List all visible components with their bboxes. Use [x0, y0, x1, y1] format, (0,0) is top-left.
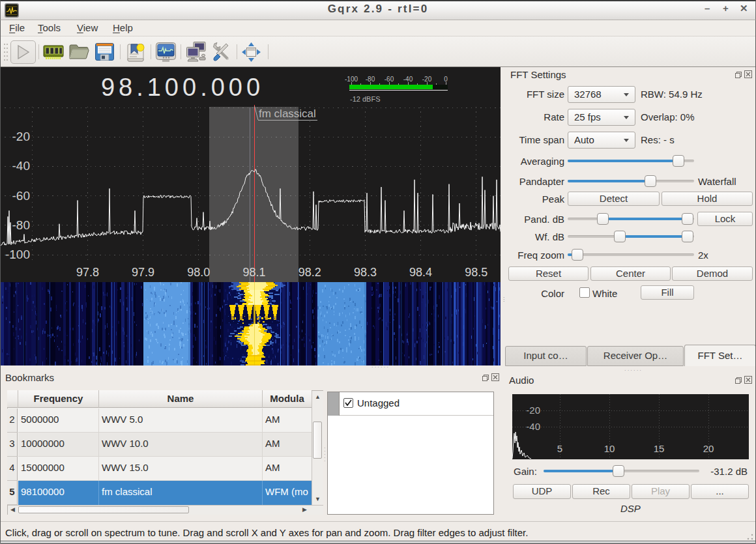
svg-text:98.0: 98.0	[187, 266, 210, 279]
svg-text:98.2: 98.2	[298, 266, 321, 279]
svg-text:-20: -20	[526, 405, 540, 416]
svg-text:98.4: 98.4	[409, 266, 432, 279]
svg-text:98.1: 98.1	[242, 266, 265, 279]
svg-text:-80: -80	[12, 218, 30, 232]
svg-text:98.5: 98.5	[465, 266, 487, 279]
svg-text:-100: -100	[5, 248, 30, 261]
svg-text:0: 0	[444, 76, 448, 83]
svg-text:-12 dBFS: -12 dBFS	[350, 95, 380, 103]
svg-text:-20: -20	[12, 130, 30, 143]
svg-text:-100: -100	[345, 76, 358, 83]
svg-text:15: 15	[654, 443, 665, 454]
svg-text:5: 5	[557, 443, 562, 454]
svg-text:-60: -60	[385, 76, 394, 83]
svg-text:fm classical: fm classical	[259, 107, 316, 120]
svg-text:97.9: 97.9	[132, 266, 154, 279]
svg-text:10: 10	[604, 443, 615, 454]
svg-text:-60: -60	[12, 189, 30, 203]
svg-text:97.8: 97.8	[76, 266, 99, 279]
svg-text:-40: -40	[12, 159, 30, 173]
svg-text:20: 20	[703, 443, 714, 454]
svg-text:98.3: 98.3	[354, 266, 377, 279]
svg-text:-40: -40	[526, 421, 540, 432]
svg-text:-80: -80	[366, 76, 375, 83]
svg-text:-20: -20	[422, 76, 432, 83]
svg-text:-40: -40	[403, 76, 413, 83]
svg-text:98.100.000: 98.100.000	[101, 74, 264, 101]
